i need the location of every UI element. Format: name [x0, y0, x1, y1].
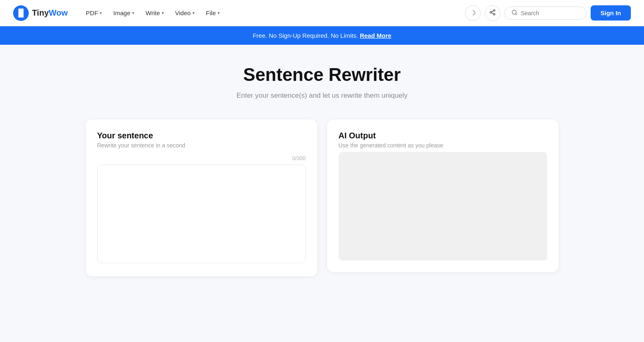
input-panel: Your sentence Rewrite your sentence in a… [86, 119, 317, 276]
editor-area: Your sentence Rewrite your sentence in a… [86, 119, 559, 276]
output-box [339, 152, 547, 261]
chevron-down-icon: ▾ [132, 11, 134, 15]
svg-line-6 [516, 14, 517, 15]
chevron-down-icon: ▾ [162, 11, 164, 15]
logo-text: TinyWow [32, 8, 68, 18]
svg-line-4 [492, 11, 494, 12]
read-more-link[interactable]: Read More [360, 32, 392, 39]
share-button[interactable] [485, 5, 500, 21]
logo-icon: ▐▌ [13, 5, 29, 21]
navbar: ▐▌ TinyWow PDF ▾ Image ▾ Write ▾ Video ▾… [0, 0, 644, 26]
moon-icon: ☽ [470, 9, 476, 17]
promo-banner: Free. No Sign-Up Required. No Limits. Re… [0, 26, 644, 45]
nav-item-image[interactable]: Image ▾ [108, 6, 139, 20]
sentence-input[interactable] [97, 165, 306, 263]
search-icon [511, 9, 518, 17]
input-panel-subtitle: Rewrite your sentence in a second [97, 142, 306, 149]
nav-actions: ☽ Sign In [465, 5, 631, 21]
char-count: 0/300 [97, 155, 306, 161]
nav-links: PDF ▾ Image ▾ Write ▾ Video ▾ File ▾ [81, 6, 455, 20]
nav-item-pdf[interactable]: PDF ▾ [81, 6, 107, 20]
sign-in-button[interactable]: Sign In [591, 5, 631, 21]
chevron-down-icon: ▾ [218, 11, 220, 15]
output-panel: AI Output Use the generated content as y… [327, 119, 559, 272]
input-panel-title: Your sentence [97, 131, 306, 140]
page-title: Sentence Rewriter [86, 64, 559, 85]
svg-line-3 [492, 13, 494, 14]
nav-item-video[interactable]: Video ▾ [170, 6, 199, 20]
page-subtitle: Enter your sentence(s) and let us rewrit… [86, 92, 559, 100]
output-panel-subtitle: Use the generated content as you please [339, 142, 547, 149]
search-input[interactable] [521, 10, 580, 16]
logo[interactable]: ▐▌ TinyWow [13, 5, 68, 21]
dark-mode-button[interactable]: ☽ [465, 5, 481, 21]
main-content: Sentence Rewriter Enter your sentence(s)… [76, 45, 568, 289]
nav-item-file[interactable]: File ▾ [201, 6, 225, 20]
logo-icon-glyph: ▐▌ [16, 9, 26, 17]
output-panel-title: AI Output [339, 131, 547, 140]
chevron-down-icon: ▾ [193, 11, 195, 15]
share-icon [489, 9, 496, 17]
chevron-down-icon: ▾ [100, 11, 102, 15]
search-box[interactable] [504, 7, 587, 20]
nav-item-write[interactable]: Write ▾ [141, 6, 169, 20]
